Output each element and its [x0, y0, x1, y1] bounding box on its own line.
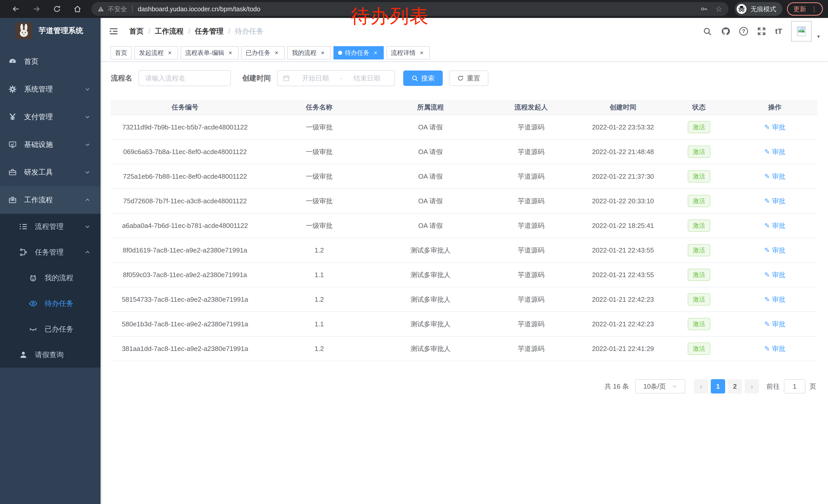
status-badge: 激活: [688, 121, 710, 133]
sidebar-item-todo-tasks[interactable]: 待办任务: [0, 291, 100, 316]
browser-update-button[interactable]: 更新 ⋮: [787, 2, 823, 16]
cell-starter: 芋道源码: [482, 213, 581, 238]
approve-link[interactable]: ✎审批: [764, 123, 785, 132]
pagination: 共 16 条 10条/页 ‹ 1 2 › 前往 页: [111, 379, 816, 394]
avatar-caret-icon[interactable]: ▾: [817, 33, 820, 42]
sidebar-item-done-tasks[interactable]: 已办任务: [0, 316, 100, 342]
tab[interactable]: 首页: [110, 46, 132, 59]
tab-close-icon[interactable]: ×: [227, 49, 234, 56]
breadcrumb-workflow[interactable]: 工作流程: [155, 27, 184, 36]
help-icon[interactable]: ?: [739, 27, 748, 36]
cell-starter: 芋道源码: [482, 115, 581, 139]
approve-link[interactable]: ✎审批: [764, 246, 785, 255]
cell-task-id: 8f059c03-7ac8-11ec-a9e2-a2380e71991a: [111, 263, 259, 287]
cell-action: ✎审批: [732, 263, 817, 287]
security-label[interactable]: 不安全: [108, 5, 127, 13]
back-icon[interactable]: [11, 4, 20, 13]
tab-close-icon[interactable]: ×: [273, 49, 280, 56]
yen-icon: [8, 112, 17, 121]
approve-label: 审批: [772, 147, 785, 156]
avatar[interactable]: [791, 21, 812, 42]
table-row: 75d72608-7b7f-11ec-a3c8-acde48001122 一级审…: [111, 189, 817, 213]
breadcrumb-task-mgmt[interactable]: 任务管理: [195, 27, 224, 36]
url-text[interactable]: dashboard.yudao.iocoder.cn/bpm/task/todo: [138, 5, 260, 13]
update-label[interactable]: 更新: [793, 5, 806, 13]
sidebar-item-process-mgmt[interactable]: 流程管理: [0, 214, 100, 239]
tab-close-icon[interactable]: ×: [418, 49, 425, 56]
tab-close-icon[interactable]: ×: [319, 49, 326, 56]
cell-action: ✎审批: [732, 213, 817, 238]
tab[interactable]: 已办任务 ×: [241, 46, 285, 59]
sidebar-item-label: 支付管理: [24, 112, 53, 122]
approve-link[interactable]: ✎审批: [764, 270, 785, 279]
approve-link[interactable]: ✎审批: [764, 197, 785, 205]
search-icon[interactable]: [702, 27, 712, 36]
next-page-button[interactable]: ›: [745, 379, 759, 394]
page-button-2[interactable]: 2: [728, 379, 742, 394]
end-date-placeholder[interactable]: 结束日期: [344, 74, 389, 83]
approve-link[interactable]: ✎审批: [764, 221, 785, 230]
browser-window: 不安全 dashboard.yudao.iocoder.cn/bpm/task/…: [0, 0, 828, 504]
approve-link[interactable]: ✎审批: [764, 320, 785, 329]
tab[interactable]: 流程详情 ×: [386, 46, 430, 59]
sidebar-item-infra[interactable]: 基础设施: [0, 131, 100, 158]
sidebar-item-devtools[interactable]: 研发工具: [0, 158, 100, 186]
tab-label: 我的流程: [292, 49, 317, 57]
tab[interactable]: 发起流程 ×: [134, 46, 178, 59]
sidebar-item-label: 系统管理: [24, 84, 53, 94]
approve-link[interactable]: ✎审批: [764, 295, 785, 304]
calendar-icon: [283, 75, 290, 82]
font-size-icon[interactable]: tT: [775, 27, 782, 36]
tab[interactable]: 流程表单-编辑 ×: [180, 46, 239, 59]
home-icon[interactable]: [73, 4, 82, 13]
search-button[interactable]: 搜索: [403, 71, 443, 86]
date-range-picker[interactable]: 开始日期 - 结束日期: [277, 70, 395, 86]
sidebar-logo-row[interactable]: 芋道管理系统: [0, 18, 100, 44]
pagination-total: 共 16 条: [605, 382, 629, 391]
dashboard-icon: [8, 57, 17, 66]
tab-close-icon[interactable]: ×: [166, 49, 173, 56]
cell-action: ✎审批: [732, 115, 817, 139]
table-header-row: 任务编号任务名称所属流程流程发起人创建时间状态操作: [111, 100, 817, 115]
sidebar-item-my-process[interactable]: 我的流程: [0, 265, 100, 291]
chevron-up-icon: [85, 197, 90, 203]
sidebar-item-home[interactable]: 首页: [0, 48, 100, 75]
cell-process: OA 请假: [379, 139, 482, 164]
sidebar-item-task-mgmt[interactable]: 任务管理: [0, 239, 100, 265]
reset-button[interactable]: 重置: [449, 71, 488, 86]
sidebar-item-workflow[interactable]: 工作流程: [0, 186, 100, 214]
tab-close-icon[interactable]: ×: [372, 49, 379, 56]
goto-page-input[interactable]: [784, 379, 805, 394]
process-name-input[interactable]: [138, 70, 231, 86]
forward-icon[interactable]: [32, 4, 41, 13]
cell-status: 激活: [665, 115, 733, 139]
approve-link[interactable]: ✎审批: [764, 344, 785, 353]
fullscreen-icon[interactable]: [757, 27, 767, 36]
page-size-select[interactable]: 10条/页: [635, 379, 686, 394]
cell-create-time: 2022-01-22 21:37:30: [580, 164, 665, 189]
gear-icon: [8, 85, 17, 94]
sidebar-item-leave-query[interactable]: 请假查询: [0, 342, 100, 368]
password-key-icon[interactable]: [700, 5, 708, 13]
prev-page-button[interactable]: ‹: [694, 379, 708, 394]
tags-view: 首页 发起流程 × 流程表单-编辑 × 已办任务 × 我的流程 × 待办任务 ×…: [100, 45, 828, 61]
approve-link[interactable]: ✎审批: [764, 172, 785, 181]
page-button-1[interactable]: 1: [711, 379, 725, 394]
github-icon[interactable]: [721, 27, 731, 36]
start-date-placeholder[interactable]: 开始日期: [293, 74, 338, 83]
tab[interactable]: 我的流程 ×: [287, 46, 331, 59]
approve-link[interactable]: ✎审批: [764, 147, 785, 156]
sidebar-item-payment[interactable]: 支付管理: [0, 103, 100, 131]
bookmark-star-icon[interactable]: ☆: [715, 5, 722, 13]
sidebar-item-system[interactable]: 系统管理: [0, 75, 100, 103]
reload-icon[interactable]: [52, 4, 61, 13]
breadcrumb-home[interactable]: 首页: [129, 27, 143, 36]
workflow-submenu: 流程管理 任务管理 我的流程 待办任务: [0, 214, 100, 368]
navbar-actions: ? tT ▾: [702, 21, 820, 42]
cell-action: ✎审批: [732, 139, 817, 164]
tab[interactable]: 待办任务 ×: [333, 46, 384, 59]
cell-task-name: 1.1: [259, 263, 379, 287]
page-content: 流程名 创建时间 开始日期 - 结束日期 搜索 重: [100, 61, 828, 504]
browser-menu-icon[interactable]: ⋮: [811, 5, 818, 13]
sidebar-collapse-icon[interactable]: [109, 27, 119, 36]
